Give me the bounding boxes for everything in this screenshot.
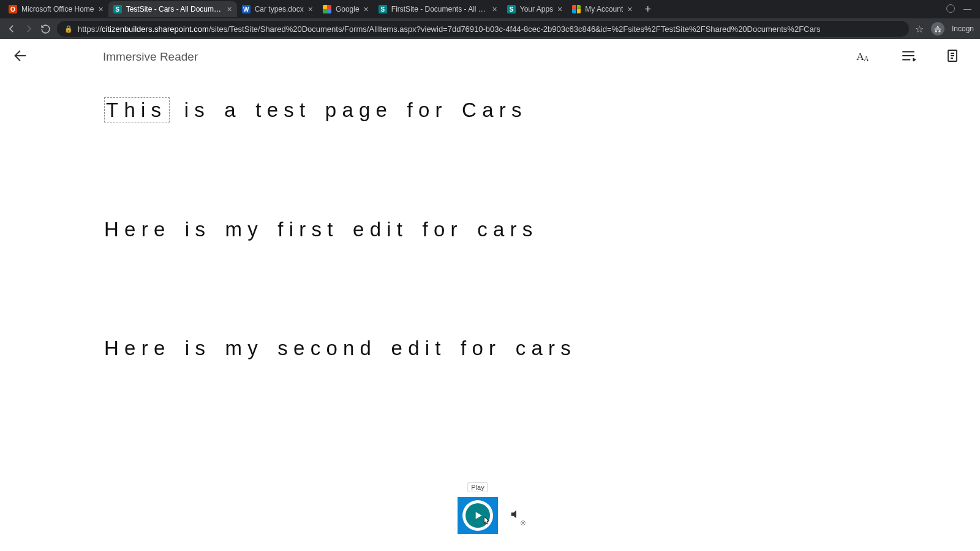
back-arrow-button[interactable] [12, 47, 29, 67]
extensions-icon[interactable] [946, 4, 955, 15]
incognito-avatar-icon[interactable] [931, 22, 944, 36]
playback-controls: Play [458, 497, 522, 534]
tab-title: TestSite - Cars - All Documents [126, 5, 223, 13]
tab-title: Google [336, 5, 360, 13]
immersive-reader-header: Immersive Reader AA [0, 39, 980, 75]
tab-title: Car types.docx [255, 5, 304, 13]
play-tooltip: Play [467, 482, 488, 492]
tab-title: My Account [585, 5, 623, 13]
svg-point-3 [522, 522, 524, 524]
nav-back-icon[interactable] [6, 23, 17, 34]
nav-forward-icon[interactable] [23, 23, 34, 34]
address-bar: 🔒 https://citizenbuilders.sharepoint.com… [0, 18, 980, 39]
text-preferences-button[interactable]: AA [855, 48, 871, 66]
browser-chrome: O Microsoft Office Home × S TestSite - C… [0, 0, 980, 39]
content-line-1: This is a test page for Cars [104, 97, 876, 124]
tab-close-icon[interactable]: × [227, 5, 232, 13]
tab-close-icon[interactable]: × [98, 5, 103, 13]
tab-testsite-cars[interactable]: S TestSite - Cars - All Documents × [108, 1, 237, 17]
reading-preferences-button[interactable] [946, 48, 960, 66]
tab-my-account[interactable]: My Account × [567, 1, 637, 17]
content-line-3: Here is my second edit for cars [104, 335, 876, 362]
play-button[interactable]: Play [458, 497, 498, 534]
tab-firstsite-documents[interactable]: S FirstSite - Documents - All Docu… × [374, 1, 502, 17]
tab-close-icon[interactable]: × [557, 5, 562, 13]
address-bar-actions: ☆ Incogn [915, 22, 974, 36]
google-favicon [323, 5, 331, 13]
page-title: Immersive Reader [103, 50, 198, 64]
content-line-2: Here is my first edit for cars [104, 216, 876, 244]
tab-your-apps[interactable]: S Your Apps × [502, 1, 567, 17]
voice-settings-button[interactable] [509, 508, 522, 523]
tab-title: Microsoft Office Home [21, 5, 94, 13]
microsoft-favicon [572, 5, 581, 13]
tab-office-home[interactable]: O Microsoft Office Home × [4, 1, 108, 17]
url-text: https://citizenbuilders.sharepoint.com/s… [78, 24, 821, 34]
window-controls: — [946, 4, 980, 15]
grammar-options-button[interactable] [900, 48, 916, 66]
profile-label: Incogn [952, 24, 974, 33]
lock-icon: 🔒 [64, 25, 73, 33]
office-favicon: O [9, 5, 17, 13]
reader-content: This is a test page for Cars Here is my … [0, 75, 980, 362]
current-word-highlight: This [104, 97, 170, 122]
new-tab-button[interactable]: + [637, 3, 658, 16]
tab-google[interactable]: Google × [318, 1, 374, 17]
minimize-icon[interactable]: — [963, 4, 971, 15]
tab-close-icon[interactable]: × [364, 5, 369, 13]
tab-close-icon[interactable]: × [308, 5, 313, 13]
sharepoint-favicon: S [379, 5, 387, 13]
url-field[interactable]: 🔒 https://citizenbuilders.sharepoint.com… [57, 21, 909, 37]
play-button-inner [462, 500, 493, 531]
sharepoint-favicon: S [113, 5, 122, 13]
tab-car-types-docx[interactable]: W Car types.docx × [237, 1, 318, 17]
word-favicon: W [242, 5, 251, 13]
tab-strip: O Microsoft Office Home × S TestSite - C… [0, 0, 980, 18]
sharepoint-favicon: S [507, 5, 516, 13]
tab-close-icon[interactable]: × [492, 5, 497, 13]
bookmark-star-icon[interactable]: ☆ [915, 23, 924, 35]
reader-tools: AA [855, 48, 968, 66]
nav-reload-icon[interactable] [40, 24, 51, 34]
tab-close-icon[interactable]: × [627, 5, 632, 13]
svg-text:A: A [864, 54, 869, 63]
tab-title: FirstSite - Documents - All Docu… [391, 5, 488, 13]
tab-title: Your Apps [520, 5, 553, 13]
play-icon [466, 503, 490, 528]
